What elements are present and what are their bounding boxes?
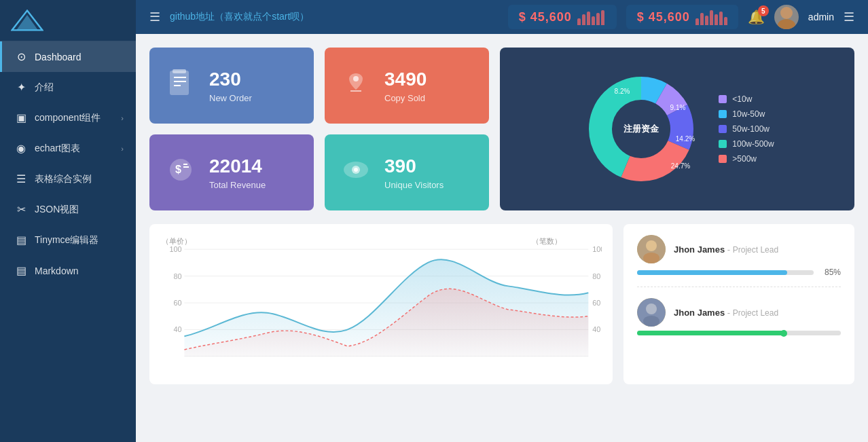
- svg-text:40: 40: [173, 325, 181, 333]
- sidebar-item-echart[interactable]: ◉ echart图表 ›: [0, 133, 136, 164]
- legend-label-4: 100w-500w: [732, 139, 774, 149]
- svg-text:9.1%: 9.1%: [670, 104, 686, 111]
- svg-text:24.7%: 24.7%: [671, 162, 690, 170]
- sidebar: ⊙ Dashboard ✦ 介绍 ▣ component组件 › ◉ echar…: [0, 0, 136, 442]
- sidebar-item-label: component组件: [35, 112, 101, 124]
- legend-label-2: 10w-50w: [732, 109, 765, 119]
- svg-text:80: 80: [592, 272, 600, 280]
- sidebar-item-tinymce[interactable]: ▤ Tinymce编辑器: [0, 225, 136, 255]
- svg-text:14.2%: 14.2%: [676, 135, 695, 143]
- intro-icon: ✦: [14, 81, 28, 94]
- topbar-menu-icon[interactable]: ☰: [844, 10, 854, 24]
- svg-text:40: 40: [592, 325, 600, 333]
- person-header-2: Jhon James - Project Lead: [637, 298, 841, 327]
- person-name-2: Jhon James - Project Lead: [674, 308, 778, 318]
- copy-sold-body: 3490 Copy Sold: [384, 69, 427, 103]
- revenue-icon: $: [163, 155, 198, 191]
- visitors-number: 390: [384, 155, 444, 177]
- line-chart-card: （单价） （笔数） 100 80 60 40 100 80 60: [149, 224, 613, 384]
- sidebar-item-table[interactable]: ☰ 表格综合实例: [0, 164, 136, 194]
- sidebar-item-label: Markdown: [35, 265, 79, 276]
- topbar-stat-card-1: $ 45,600: [508, 5, 617, 29]
- main-area: ☰ github地址（喜欢就点个start呗） $ 45,600 $ 45,60…: [136, 0, 868, 442]
- sidebar-item-component[interactable]: ▣ component组件 ›: [0, 103, 136, 133]
- progress-fill-2: [637, 331, 784, 335]
- progress-dot: [780, 330, 787, 337]
- sidebar-logo: [0, 0, 136, 41]
- sidebar-item-json[interactable]: ✂ JSON视图: [0, 194, 136, 225]
- progress-row-1: 85%: [637, 268, 841, 277]
- svg-point-44: [646, 240, 657, 251]
- legend-item-4: 100w-500w: [719, 139, 774, 149]
- topbar-amount-1: $ 45,600: [519, 10, 572, 24]
- sidebar-item-intro[interactable]: ✦ 介绍: [0, 72, 136, 103]
- avatar-1: [637, 235, 666, 263]
- sidebar-item-label: Dashboard: [35, 52, 82, 62]
- progress-fill-1: [637, 270, 787, 275]
- github-link[interactable]: github地址（喜欢就点个start呗）: [170, 11, 499, 23]
- bottom-row: （单价） （笔数） 100 80 60 40 100 80 60: [149, 224, 854, 384]
- progress-bar-bg-2: [637, 331, 841, 335]
- legend-item-1: <10w: [719, 94, 774, 104]
- sidebar-item-label: JSON视图: [35, 204, 79, 216]
- legend-label-5: >500w: [732, 154, 757, 164]
- admin-name[interactable]: admin: [808, 12, 834, 22]
- sidebar-item-dashboard[interactable]: ⊙ Dashboard: [0, 41, 136, 72]
- svg-text:80: 80: [173, 272, 181, 280]
- legend-item-2: 10w-50w: [719, 109, 774, 119]
- legend-color-4: [719, 140, 727, 148]
- hamburger-icon[interactable]: ☰: [149, 10, 160, 24]
- sidebar-item-label: Tinymce编辑器: [35, 234, 98, 246]
- svg-text:100: 100: [592, 245, 602, 253]
- revenue-number: 22014: [209, 155, 266, 177]
- copy-sold-icon: [338, 68, 374, 104]
- visitors-icon: [338, 155, 374, 191]
- svg-text:8.2%: 8.2%: [615, 88, 630, 95]
- legend-item-5: >500w: [719, 154, 774, 164]
- person-header-1: Jhon James - Project Lead: [637, 235, 841, 263]
- visitors-body: 390 Unique Visitors: [384, 155, 444, 190]
- svg-rect-4: [170, 71, 189, 95]
- notification-bell[interactable]: 🔔 5: [748, 9, 765, 25]
- legend-label-1: <10w: [732, 94, 752, 104]
- arrow-icon: ›: [121, 145, 124, 153]
- stat-card-revenue: $ 22014 Total Revenue: [149, 134, 314, 210]
- svg-point-3: [778, 19, 795, 29]
- progress-row-2: [637, 331, 841, 335]
- svg-point-45: [643, 253, 659, 263]
- revenue-body: 22014 Total Revenue: [209, 155, 266, 190]
- svg-point-47: [646, 303, 657, 314]
- svg-marker-1: [16, 15, 38, 30]
- donut-chart-card: 9.1% 8.2% 14.2% 43.8% 24.7% 注册资金 <10w: [500, 48, 854, 210]
- people-card: Jhon James - Project Lead 85%: [623, 224, 854, 384]
- copy-sold-number: 3490: [384, 69, 427, 90]
- topbar: ☰ github地址（喜欢就点个start呗） $ 45,600 $ 45,60…: [136, 0, 868, 34]
- legend-color-5: [719, 155, 727, 163]
- legend-color-3: [719, 125, 727, 133]
- new-order-label: New Order: [209, 93, 252, 103]
- sidebar-item-markdown[interactable]: ▤ Markdown: [0, 255, 136, 286]
- table-icon: ☰: [14, 172, 28, 185]
- sidebar-item-label: echart图表: [35, 143, 80, 155]
- svg-rect-8: [173, 69, 186, 73]
- progress-pct-1: 85%: [819, 268, 841, 277]
- progress-bar-bg-1: [637, 270, 814, 275]
- component-icon: ▣: [14, 111, 28, 124]
- main-row: 230 New Order 3490 Copy Sold $: [149, 48, 854, 210]
- y-label-right: （笔数）: [532, 237, 562, 245]
- person-row-2: Jhon James - Project Lead: [637, 298, 841, 335]
- revenue-label: Total Revenue: [209, 180, 266, 190]
- sidebar-item-label: 表格综合实例: [35, 173, 92, 185]
- visitors-label: Unique Visitors: [384, 180, 444, 190]
- person-name-1: Jhon James - Project Lead: [674, 244, 778, 255]
- stat-card-copy-sold: 3490 Copy Sold: [325, 48, 489, 124]
- tinymce-icon: ▤: [14, 234, 28, 246]
- donut-chart: 9.1% 8.2% 14.2% 43.8% 24.7% 注册资金: [580, 68, 702, 190]
- topbar-stat-card-2: $ 45,600: [626, 5, 738, 29]
- svg-text:100: 100: [169, 245, 181, 253]
- sidebar-item-label: 介绍: [35, 81, 54, 94]
- svg-point-17: [354, 168, 358, 172]
- svg-point-9: [353, 76, 359, 81]
- markdown-icon: ▤: [14, 264, 28, 277]
- avatar: [774, 5, 799, 29]
